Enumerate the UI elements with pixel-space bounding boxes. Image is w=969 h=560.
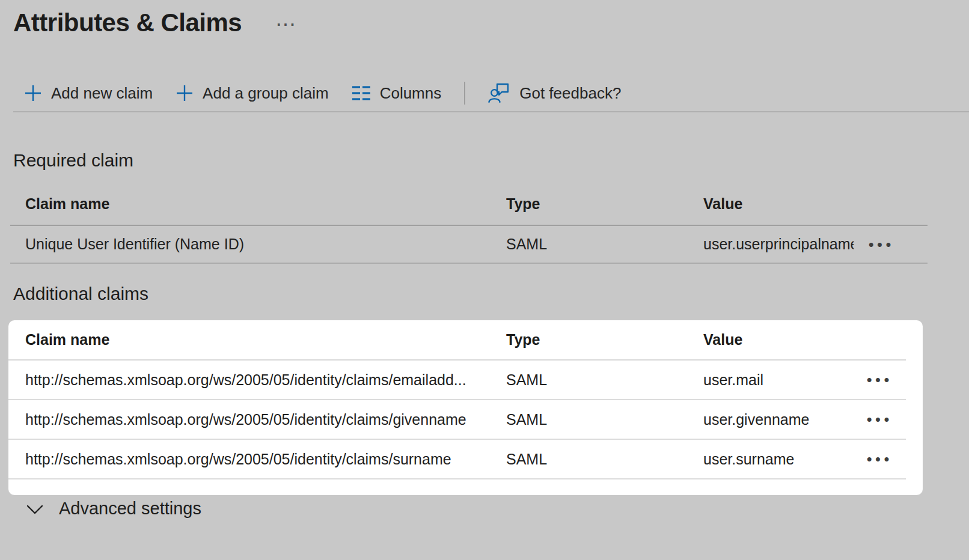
claim-name-cell: http://schemas.xmlsoap.org/ws/2005/05/id…: [25, 411, 506, 428]
chevron-down-icon: [26, 502, 43, 515]
additional-claims-header-row: Claim name Type Value: [8, 320, 906, 361]
column-header-value: Value: [703, 195, 854, 213]
column-header-claim-name: Claim name: [25, 195, 506, 213]
ellipsis-icon: •••: [869, 237, 894, 252]
add-group-claim-label: Add a group claim: [203, 84, 329, 103]
ellipsis-icon: •••: [867, 373, 893, 387]
claim-type-cell: SAML: [506, 236, 703, 253]
page-title: Attributes & Claims: [13, 8, 242, 37]
columns-icon: [352, 85, 371, 101]
additional-claims-heading: Additional claims: [13, 284, 148, 304]
add-new-claim-button[interactable]: Add new claim: [24, 84, 153, 103]
ellipsis-icon: •••: [867, 452, 893, 466]
column-header-type: Type: [506, 195, 703, 213]
row-actions-button[interactable]: •••: [854, 440, 906, 478]
toolbar-divider-line: [13, 111, 969, 112]
claim-value-cell: user.surname: [703, 451, 854, 468]
advanced-settings-label: Advanced settings: [59, 499, 201, 519]
additional-claims-table: Claim name Type Value http://schemas.xml…: [8, 320, 923, 495]
columns-label: Columns: [380, 84, 442, 103]
column-header-value: Value: [703, 331, 854, 348]
claim-value-cell: user.givenname: [703, 411, 854, 428]
ellipsis-icon: •••: [867, 412, 893, 427]
plus-icon: [24, 84, 42, 102]
table-row[interactable]: Unique User Identifier (Name ID) SAML us…: [10, 226, 928, 264]
add-new-claim-label: Add new claim: [51, 84, 153, 103]
claim-type-cell: SAML: [506, 371, 703, 389]
table-row[interactable]: http://schemas.xmlsoap.org/ws/2005/05/id…: [8, 361, 906, 400]
claim-value-cell: user.userprincipalname [...: [703, 236, 854, 253]
table-row[interactable]: http://schemas.xmlsoap.org/ws/2005/05/id…: [8, 440, 906, 479]
person-feedback-icon: [488, 82, 510, 104]
claim-type-cell: SAML: [506, 451, 703, 468]
required-claim-table: Claim name Type Value Unique User Identi…: [10, 183, 928, 264]
claim-name-cell: Unique User Identifier (Name ID): [25, 236, 506, 253]
command-bar: Add new claim Add a group claim Colum: [24, 78, 621, 108]
plus-icon: [176, 84, 194, 102]
column-header-claim-name: Claim name: [25, 331, 506, 348]
ellipsis-icon: ···: [277, 16, 297, 33]
columns-button[interactable]: Columns: [352, 84, 442, 103]
got-feedback-label: Got feedback?: [519, 84, 621, 103]
required-claim-heading: Required claim: [13, 150, 133, 171]
row-actions-button[interactable]: •••: [854, 400, 906, 439]
row-actions-button[interactable]: •••: [854, 361, 906, 399]
claim-value-cell: user.mail: [703, 371, 854, 389]
page-context-menu-button[interactable]: ···: [273, 14, 301, 36]
row-actions-button[interactable]: •••: [854, 226, 928, 263]
toolbar-divider: [464, 82, 465, 105]
claim-name-cell: http://schemas.xmlsoap.org/ws/2005/05/id…: [25, 371, 506, 389]
claim-name-cell: http://schemas.xmlsoap.org/ws/2005/05/id…: [25, 451, 506, 468]
page-header: Attributes & Claims ···: [13, 8, 301, 37]
advanced-settings-expander[interactable]: Advanced settings: [26, 499, 201, 519]
required-claim-header-row: Claim name Type Value: [10, 183, 928, 226]
got-feedback-button[interactable]: Got feedback?: [488, 82, 621, 104]
claim-type-cell: SAML: [506, 411, 703, 428]
add-group-claim-button[interactable]: Add a group claim: [176, 84, 329, 103]
column-header-type: Type: [506, 331, 703, 348]
table-row[interactable]: http://schemas.xmlsoap.org/ws/2005/05/id…: [8, 400, 906, 440]
